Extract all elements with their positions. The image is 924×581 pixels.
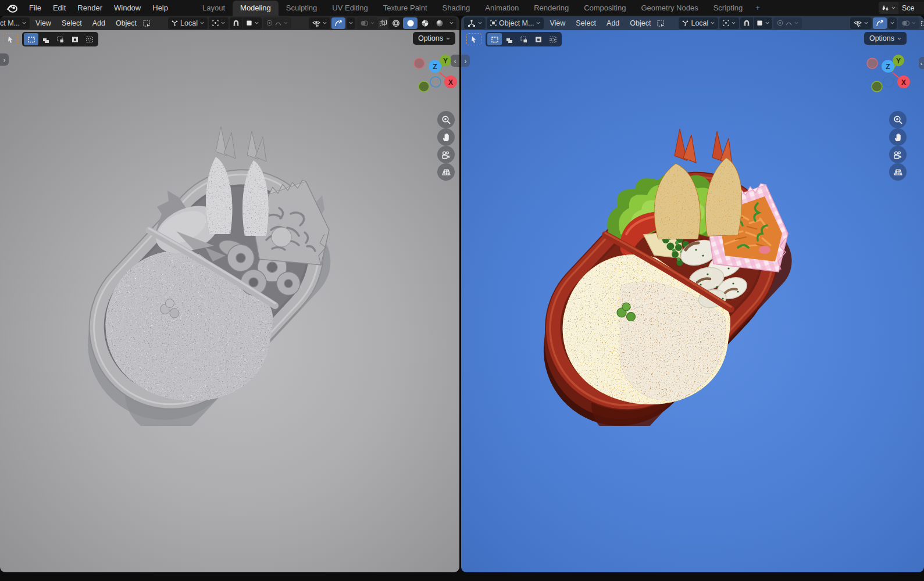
grid-persp-icon (441, 167, 451, 177)
pivot-point-dropdown[interactable] (719, 17, 739, 29)
chevron-down-icon (912, 21, 916, 25)
select-invert-button[interactable] (67, 33, 82, 45)
wireframe-shading-button[interactable] (388, 17, 403, 29)
pan-button[interactable] (437, 128, 455, 146)
snap-toggle[interactable] (740, 17, 753, 29)
orientation-gizmo[interactable]: Z Y X (859, 51, 911, 105)
object-menu[interactable]: Object (111, 17, 141, 29)
gizmo-dropdown[interactable] (888, 17, 897, 29)
material-shading-button[interactable] (418, 17, 432, 29)
gizmo-toggle[interactable] (873, 17, 887, 29)
viewport-left-header: ct M... View Select Add Object Local (0, 16, 459, 30)
overlays-icon (901, 19, 909, 27)
mode-transfer-icon[interactable] (142, 19, 151, 27)
select-set-button[interactable] (24, 33, 38, 45)
select-intersect-button[interactable] (82, 33, 97, 45)
zoom-button[interactable] (889, 111, 907, 128)
options-button-left[interactable]: Options (413, 32, 455, 45)
toolbar-expand-arrow[interactable]: › (0, 53, 9, 66)
scene-browse-button[interactable] (879, 2, 898, 14)
snap-toggle[interactable] (230, 17, 242, 29)
view-menu[interactable]: View (31, 17, 56, 29)
add-workspace-button[interactable]: + (750, 1, 765, 16)
xray-icon[interactable] (379, 19, 387, 27)
mode-transfer-icon[interactable] (657, 19, 665, 27)
select-extend-button[interactable] (502, 33, 516, 45)
add-menu[interactable]: Add (602, 17, 624, 29)
visibility-dropdown[interactable] (850, 17, 872, 29)
select-menu[interactable]: Select (57, 17, 87, 29)
select-extend-button[interactable] (38, 33, 53, 45)
object-menu[interactable]: Object (625, 17, 655, 29)
tweak-tool-button[interactable] (3, 33, 18, 45)
visibility-dropdown[interactable] (309, 17, 330, 29)
snap-target-dropdown[interactable] (243, 17, 262, 29)
snap-target-dropdown[interactable] (754, 17, 772, 29)
material-shading-icon (421, 19, 429, 27)
tab-modeling[interactable]: Modeling (233, 1, 279, 16)
select-intersect-button[interactable] (545, 33, 560, 45)
tab-geometry-nodes[interactable]: Geometry Nodes (633, 1, 705, 16)
viewport-left-canvas[interactable]: Options › ‹ Z Y X (0, 30, 459, 572)
menu-edit[interactable]: Edit (47, 1, 72, 15)
menu-help[interactable]: Help (147, 1, 174, 15)
tab-animation[interactable]: Animation (477, 1, 526, 16)
overlays-group[interactable] (898, 17, 919, 29)
tab-uv-editing[interactable]: UV Editing (324, 1, 375, 16)
tab-compositing[interactable]: Compositing (576, 1, 633, 16)
gizmo-toggle-icon (876, 19, 884, 27)
tweak-tool-icon (6, 35, 15, 44)
menu-file[interactable]: File (23, 1, 47, 15)
perspective-toggle-button[interactable] (889, 163, 907, 181)
add-menu[interactable]: Add (88, 17, 110, 29)
snap-target-icon (246, 20, 252, 26)
perspective-toggle-button[interactable] (437, 163, 455, 181)
transform-orientation-dropdown[interactable]: Local (168, 17, 208, 29)
select-set-button[interactable] (487, 33, 502, 45)
select-box-icon (491, 35, 499, 44)
select-subtract-button[interactable] (516, 33, 531, 45)
proportional-edit-group[interactable] (263, 17, 291, 29)
transform-orientation-dropdown[interactable]: Local (679, 17, 718, 29)
gizmo-toggle[interactable] (331, 17, 345, 29)
select-intersect-icon (85, 35, 94, 44)
menu-window[interactable]: Window (108, 1, 147, 15)
tab-rendering[interactable]: Rendering (526, 1, 576, 16)
blender-logo[interactable] (6, 3, 19, 13)
viewport-right-canvas[interactable]: Options › ‹ Z Y X (461, 30, 924, 572)
scene-name-field[interactable]: Sce (898, 2, 924, 14)
tweak-tool-button[interactable] (466, 33, 481, 45)
pan-button[interactable] (889, 128, 907, 146)
proportional-edit-group[interactable] (773, 17, 802, 29)
sidebar-expand-arrow[interactable]: ‹ (451, 55, 459, 67)
select-subtract-button[interactable] (53, 33, 67, 45)
mode-dropdown-left[interactable]: ct M... (0, 17, 30, 29)
xray-icon[interactable] (921, 19, 924, 27)
camera-view-button[interactable] (437, 146, 455, 163)
mode-dropdown-right[interactable]: Object M... (487, 17, 544, 29)
zoom-button[interactable] (437, 111, 455, 128)
tab-shading[interactable]: Shading (435, 1, 478, 16)
viewport-left[interactable]: ct M... View Select Add Object Local (0, 16, 459, 572)
viewport-right[interactable]: Object M... View Select Add Object Local (461, 16, 924, 572)
select-menu[interactable]: Select (571, 17, 601, 29)
sidebar-expand-arrow[interactable]: ‹ (919, 57, 924, 69)
rendered-shading-icon (436, 19, 444, 27)
toolbar-expand-arrow[interactable]: › (461, 55, 470, 67)
tab-sculpting[interactable]: Sculpting (279, 1, 324, 16)
tab-scripting[interactable]: Scripting (706, 1, 751, 16)
menu-render[interactable]: Render (72, 1, 108, 15)
solid-shading-button[interactable] (403, 17, 418, 29)
select-invert-button[interactable] (531, 33, 545, 45)
gizmo-dropdown[interactable] (347, 17, 355, 29)
overlays-group[interactable] (356, 17, 378, 29)
camera-view-button[interactable] (889, 146, 907, 163)
tab-texture-paint[interactable]: Texture Paint (376, 1, 435, 16)
editor-type-dropdown[interactable] (464, 17, 486, 29)
pivot-point-dropdown[interactable] (209, 17, 229, 29)
rendered-shading-button[interactable] (432, 17, 447, 29)
visibility-eye-icon (854, 19, 862, 27)
tab-layout[interactable]: Layout (195, 1, 233, 16)
options-button-right[interactable]: Options (864, 32, 907, 45)
view-menu[interactable]: View (545, 17, 570, 29)
